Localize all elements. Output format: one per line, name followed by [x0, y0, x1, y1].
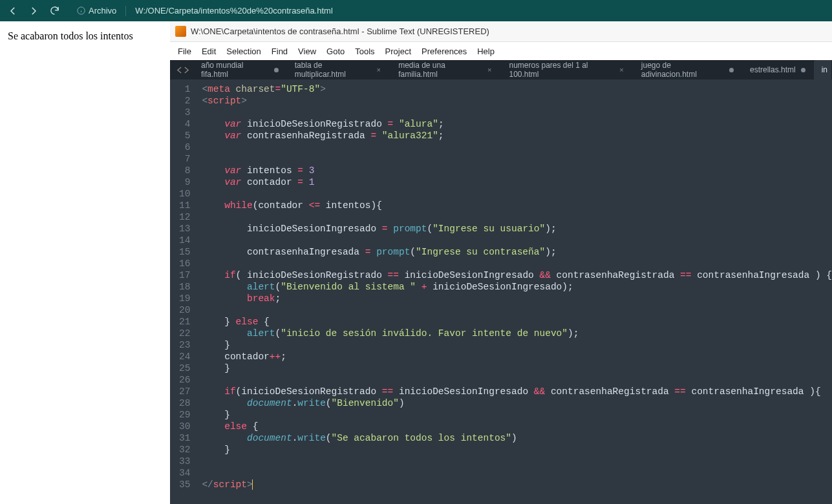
code-line[interactable]: contador++;: [202, 351, 832, 362]
code-line[interactable]: [202, 467, 832, 479]
code-line[interactable]: [202, 153, 832, 165]
tab-label: numeros pares del 1 al 100.html: [509, 61, 614, 79]
code-line[interactable]: [202, 235, 832, 246]
menu-item-selection[interactable]: Selection: [221, 47, 266, 56]
menu-item-goto[interactable]: Goto: [321, 47, 350, 56]
line-number: 9: [179, 176, 190, 188]
close-icon[interactable]: ×: [619, 66, 625, 74]
reload-button[interactable]: [45, 2, 63, 20]
tab-next-icon[interactable]: [184, 67, 189, 74]
tab-prev-icon[interactable]: [176, 67, 182, 74]
code-line[interactable]: } else {: [202, 316, 832, 328]
tab-nav[interactable]: [173, 60, 193, 79]
editor-title-text: W:\ONE\Carpeta\intentos de contraseña.ht…: [191, 26, 489, 36]
browser-nav-bar: Archivo W:/ONE/Carpeta/intentos%20de%20c…: [0, 0, 832, 21]
line-number: 23: [179, 339, 190, 351]
menu-item-help[interactable]: Help: [472, 47, 500, 56]
file-tab[interactable]: numeros pares del 1 al 100.html×: [501, 60, 632, 79]
code-line[interactable]: [202, 211, 832, 223]
code-line[interactable]: if(inicioDeSesionRegistrado == inicioDeS…: [202, 386, 832, 397]
dirty-dot-icon: [801, 68, 805, 72]
text-cursor: [252, 479, 253, 490]
address-bar[interactable]: Archivo W:/ONE/Carpeta/intentos%20de%20c…: [70, 2, 828, 20]
line-number: 12: [179, 211, 190, 223]
line-number: 15: [179, 246, 190, 258]
line-number: 10: [179, 188, 190, 200]
file-tab[interactable]: juego de adivinacion.html: [634, 60, 741, 79]
code-line[interactable]: break;: [202, 293, 832, 304]
code-line[interactable]: var intentos = 3: [202, 165, 832, 176]
tab-bar: año mundial fifa.htmltabla de multiplica…: [170, 60, 832, 79]
code-editor[interactable]: 1234567891011121314151617181920212223242…: [170, 79, 832, 504]
menu-item-edit[interactable]: Edit: [197, 47, 221, 56]
line-number: 24: [179, 351, 190, 362]
editor-title-bar[interactable]: W:\ONE\Carpeta\intentos de contraseña.ht…: [170, 21, 832, 42]
line-number: 32: [179, 444, 190, 456]
line-number: 16: [179, 258, 190, 269]
tab-label: estrellas.html: [750, 65, 796, 74]
tab-label: año mundial fifa.html: [201, 61, 269, 79]
code-line[interactable]: </script>: [202, 479, 832, 490]
line-number: 25: [179, 362, 190, 374]
code-line[interactable]: <meta charset="UTF-8">: [202, 83, 832, 95]
menu-item-file[interactable]: File: [173, 47, 197, 56]
code-line[interactable]: [202, 258, 832, 269]
menu-item-project[interactable]: Project: [380, 47, 416, 56]
code-line[interactable]: <script>: [202, 95, 832, 107]
forward-button[interactable]: [25, 2, 43, 20]
menu-item-tools[interactable]: Tools: [350, 47, 379, 56]
tab-label: juego de adivinacion.html: [641, 61, 725, 79]
menu-item-find[interactable]: Find: [266, 47, 293, 56]
code-line[interactable]: [202, 107, 832, 118]
file-tab[interactable]: media de una familia.html×: [390, 60, 500, 79]
code-line[interactable]: var inicioDeSesionRegistrado = "alura";: [202, 118, 832, 130]
close-icon[interactable]: ×: [377, 66, 383, 74]
file-tab[interactable]: año mundial fifa.html: [193, 60, 286, 79]
line-number: 5: [179, 130, 190, 142]
line-number: 29: [179, 409, 190, 421]
line-number: 22: [179, 328, 190, 339]
code-line[interactable]: }: [202, 362, 832, 374]
line-number: 21: [179, 316, 190, 328]
code-line[interactable]: [202, 374, 832, 386]
file-tab[interactable]: in: [814, 60, 831, 79]
menu-item-preferences[interactable]: Preferences: [416, 47, 472, 56]
code-line[interactable]: }: [202, 444, 832, 456]
code-line[interactable]: alert("Bienvenido al sistema " + inicioD…: [202, 281, 832, 293]
code-line[interactable]: [202, 304, 832, 316]
line-number: 6: [179, 142, 190, 153]
code-line[interactable]: else {: [202, 421, 832, 432]
code-line[interactable]: [202, 188, 832, 200]
info-icon[interactable]: Archivo: [76, 6, 116, 16]
sublime-icon: [175, 26, 186, 37]
code-line[interactable]: while(contador <= intentos){: [202, 200, 832, 211]
code-line[interactable]: var contador = 1: [202, 176, 832, 188]
code-line[interactable]: document.write("Se acabaron todos los in…: [202, 432, 832, 444]
dirty-dot-icon: [274, 68, 279, 72]
line-number: 34: [179, 467, 190, 479]
back-button[interactable]: [4, 2, 22, 20]
code-body[interactable]: <meta charset="UTF-8"><script> var inici…: [198, 79, 832, 504]
code-line[interactable]: var contrasenhaRegistrada = "alura321";: [202, 130, 832, 142]
code-line[interactable]: document.write("Bienvenido"): [202, 397, 832, 409]
close-icon[interactable]: ×: [487, 66, 493, 74]
code-line[interactable]: if( inicioDeSesionRegistrado == inicioDe…: [202, 269, 832, 281]
line-number: 27: [179, 386, 190, 397]
code-line[interactable]: [202, 142, 832, 153]
line-number: 26: [179, 374, 190, 386]
url-scheme-label: Archivo: [89, 6, 116, 16]
line-number: 7: [179, 153, 190, 165]
file-tab[interactable]: tabla de multiplicar.html×: [287, 60, 390, 79]
file-tab[interactable]: estrellas.html: [742, 60, 813, 79]
code-line[interactable]: }: [202, 409, 832, 421]
line-number: 35: [179, 479, 190, 490]
code-line[interactable]: alert("inicio de sesión inválido. Favor …: [202, 328, 832, 339]
code-line[interactable]: }: [202, 339, 832, 351]
code-line[interactable]: contrasenhaIngresada = prompt("Ingrese s…: [202, 246, 832, 258]
line-number: 1: [179, 83, 190, 95]
code-line[interactable]: inicioDeSesionIngresado = prompt("Ingres…: [202, 223, 832, 235]
line-number: 3: [179, 107, 190, 118]
code-line[interactable]: [202, 456, 832, 467]
menu-item-view[interactable]: View: [293, 47, 321, 56]
page-body-text: Se acabaron todos los intentos: [8, 30, 133, 41]
